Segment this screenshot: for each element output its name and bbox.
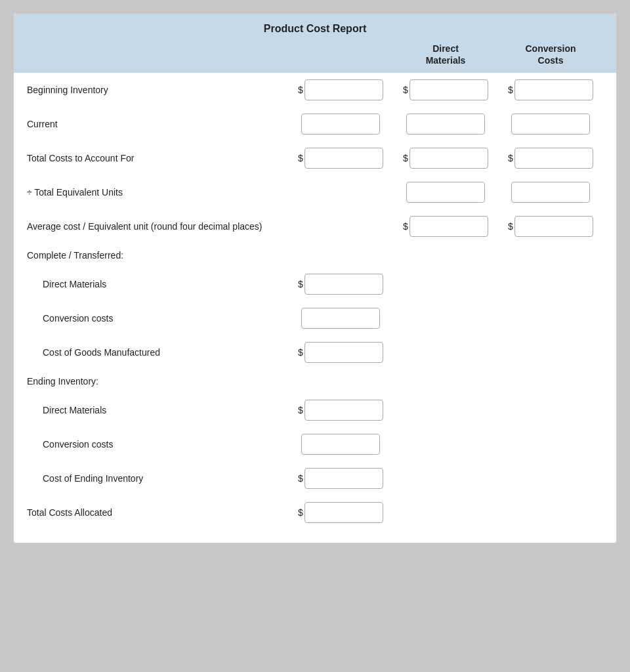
input-bi-col1[interactable] — [304, 79, 383, 100]
dollar-ac-col2: $ — [403, 221, 408, 232]
report-container: Product Cost Report DirectMaterials Conv… — [13, 13, 617, 543]
dollar-cei-col1: $ — [298, 473, 303, 484]
label-beginning-inventory: Beginning Inventory — [27, 85, 288, 95]
row-cost-ending-inventory: Cost of Ending Inventory $ — [27, 461, 603, 495]
label-total-equiv-units: ÷ Total Equivalent Units — [27, 187, 288, 198]
input-teu-col2[interactable] — [406, 182, 485, 203]
row-avg-cost: Average cost / Equivalent unit (round fo… — [27, 209, 603, 243]
row-ct-direct-materials: Direct Materials $ — [27, 267, 603, 301]
dollar-ac-col3: $ — [508, 221, 513, 232]
cell-cei-col1: $ — [288, 468, 393, 489]
row-total-costs-allocated: Total Costs Allocated $ — [27, 495, 603, 530]
input-eidm-col1[interactable] — [304, 400, 383, 421]
cell-tc-col2: $ — [393, 148, 498, 169]
cell-tc-col1: $ — [288, 148, 393, 169]
dollar-tc-col1: $ — [298, 153, 303, 163]
label-total-costs-allocated: Total Costs Allocated — [27, 507, 288, 518]
cell-bi-col1: $ — [288, 79, 393, 100]
input-ctcc-col1[interactable] — [301, 308, 380, 329]
label-total-costs: Total Costs to Account For — [27, 153, 288, 163]
dollar-bi-col1: $ — [298, 85, 303, 95]
dollar-bi-col2: $ — [403, 85, 408, 95]
col-header-direct-materials: DirectMaterials — [393, 43, 498, 73]
input-tc-col2[interactable] — [410, 148, 488, 169]
row-cost-goods-manufactured: Cost of Goods Manufactured $ — [27, 335, 603, 369]
dollar-tc-col3: $ — [508, 153, 513, 163]
cell-cgm-col1: $ — [288, 342, 393, 363]
input-current-col3[interactable] — [511, 114, 590, 135]
label-ct-direct-materials: Direct Materials — [27, 279, 288, 289]
input-teu-col3[interactable] — [511, 182, 590, 203]
cell-eicc-col1 — [288, 434, 393, 455]
cell-ac-col3: $ — [498, 216, 603, 237]
row-total-equiv-units: ÷ Total Equivalent Units — [27, 175, 603, 209]
label-ct-conversion-costs: Conversion costs — [27, 313, 288, 324]
input-ac-col2[interactable] — [410, 216, 488, 237]
input-ac-col3[interactable] — [514, 216, 593, 237]
input-current-col1[interactable] — [301, 114, 380, 135]
report-header: Product Cost Report DirectMaterials Conv… — [14, 14, 616, 73]
row-current: Current — [27, 107, 603, 141]
label-avg-cost: Average cost / Equivalent unit (round fo… — [27, 220, 288, 234]
label-current: Current — [27, 119, 288, 129]
dollar-ctdm-col1: $ — [298, 279, 303, 289]
label-cost-goods-manufactured: Cost of Goods Manufactured — [27, 347, 288, 358]
cell-eidm-col1: $ — [288, 400, 393, 421]
input-tca-col1[interactable] — [304, 502, 383, 523]
dollar-cgm-col1: $ — [298, 347, 303, 358]
row-ending-inventory-header: Ending Inventory: — [27, 369, 603, 393]
cell-current-col1 — [288, 114, 393, 135]
dollar-eidm-col1: $ — [298, 405, 303, 415]
label-complete-transferred: Complete / Transferred: — [27, 250, 288, 261]
cell-bi-col2: $ — [393, 79, 498, 100]
label-ei-conversion-costs: Conversion costs — [27, 439, 288, 450]
col-header-conversion-costs: ConversionCosts — [498, 43, 603, 73]
cell-current-col3 — [498, 114, 603, 135]
cell-ctcc-col1 — [288, 308, 393, 329]
cell-bi-col3: $ — [498, 79, 603, 100]
row-complete-transferred-header: Complete / Transferred: — [27, 243, 603, 267]
cell-current-col2 — [393, 114, 498, 135]
dollar-tca-col1: $ — [298, 507, 303, 518]
row-total-costs: Total Costs to Account For $ $ $ — [27, 141, 603, 175]
report-title: Product Cost Report — [27, 23, 603, 43]
cell-teu-col2 — [393, 182, 498, 203]
cell-teu-col3 — [498, 182, 603, 203]
input-tc-col1[interactable] — [304, 148, 383, 169]
row-ct-conversion-costs: Conversion costs — [27, 301, 603, 335]
cell-tc-col3: $ — [498, 148, 603, 169]
dollar-bi-col3: $ — [508, 85, 513, 95]
row-beginning-inventory: Beginning Inventory $ $ $ — [27, 73, 603, 107]
cell-tca-col1: $ — [288, 502, 393, 523]
input-bi-col2[interactable] — [410, 79, 488, 100]
input-bi-col3[interactable] — [514, 79, 593, 100]
report-body: Beginning Inventory $ $ $ Current — [14, 73, 616, 543]
input-eicc-col1[interactable] — [301, 434, 380, 455]
input-ctdm-col1[interactable] — [304, 274, 383, 295]
label-ei-direct-materials: Direct Materials — [27, 405, 288, 415]
row-ei-conversion-costs: Conversion costs — [27, 427, 603, 461]
cell-ac-col2: $ — [393, 216, 498, 237]
input-current-col2[interactable] — [406, 114, 485, 135]
label-cost-ending-inventory: Cost of Ending Inventory — [27, 473, 288, 484]
row-ei-direct-materials: Direct Materials $ — [27, 393, 603, 427]
cell-ctdm-col1: $ — [288, 274, 393, 295]
input-tc-col3[interactable] — [514, 148, 593, 169]
input-cgm-col1[interactable] — [304, 342, 383, 363]
label-ending-inventory: Ending Inventory: — [27, 376, 288, 387]
input-cei-col1[interactable] — [304, 468, 383, 489]
dollar-tc-col2: $ — [403, 153, 408, 163]
